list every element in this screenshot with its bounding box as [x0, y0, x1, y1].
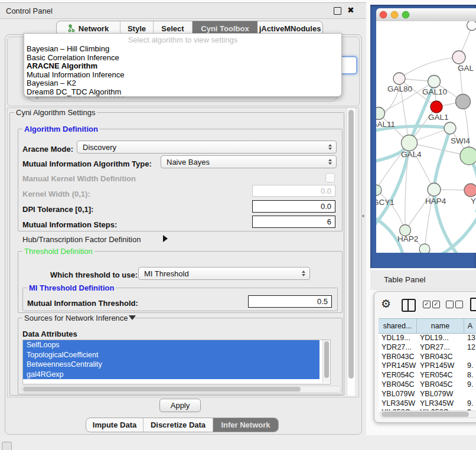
data-attributes-list: SelfLoops TopologicalCoefficient Between… [22, 340, 331, 384]
tab-jactivemnodules-label: jActiveMNodules [259, 24, 321, 33]
node[interactable] [402, 135, 418, 151]
which-threshold-label: Which threshold to use: [50, 270, 138, 279]
node[interactable] [428, 183, 441, 196]
list-vertical-scrollbar[interactable] [322, 340, 330, 383]
panel-divider-handle[interactable]: ◂ [361, 213, 364, 219]
collapsed-panel-handle[interactable] [2, 442, 12, 450]
deselect-all-icon[interactable] [446, 301, 463, 308]
which-threshold-value: MI Threshold [144, 269, 189, 278]
table-row[interactable]: YDR27... YDR27... 12 [379, 343, 476, 353]
table-header-row: shared... name A [379, 319, 476, 334]
traffic-zoom-icon[interactable] [402, 11, 409, 18]
cell [464, 390, 476, 399]
node[interactable] [376, 107, 385, 120]
checked-box-icon: ✓ [423, 301, 431, 308]
list-item[interactable]: SelfLoops [23, 340, 319, 350]
algorithm-dropdown-popup: Select algorithm to view settings Bayesi… [24, 33, 342, 97]
manual-kernel-label: Manual Kernel Width Definition [22, 174, 136, 183]
tab-impute-data[interactable]: Impute Data [86, 418, 144, 432]
tab-discretize-data[interactable]: Discretize Data [144, 418, 213, 432]
checked-box-icon: ✓ [432, 301, 440, 308]
table-row[interactable]: YBL079W YBL079W [379, 390, 476, 399]
cell: YPR145W [379, 361, 417, 371]
node[interactable] [393, 73, 405, 84]
algorithm-option[interactable]: Bayesian – K2 [24, 79, 341, 88]
kernel-width-field[interactable]: 0.0 [252, 185, 335, 197]
dpi-tolerance-label: DPI Tolerance [0,1]: [22, 205, 93, 214]
apply-button[interactable]: Apply [159, 399, 201, 412]
node[interactable] [464, 184, 476, 197]
document-icon[interactable] [470, 298, 476, 311]
expand-arrow-icon[interactable] [163, 235, 168, 242]
scrollbar-thumb[interactable] [23, 387, 301, 392]
node-table: shared... name A YDL19... YDL19... 13 YD… [379, 318, 476, 411]
tab-cyni-toolbox-label: Cyni Toolbox [201, 24, 249, 33]
algorithm-option-selected[interactable]: ARACNE Algorithm [24, 62, 341, 71]
manual-kernel-checkbox[interactable] [325, 173, 335, 182]
scrollbar-thumb[interactable] [324, 341, 329, 378]
node[interactable] [460, 147, 476, 165]
collapse-arrow-icon[interactable] [129, 315, 136, 320]
traffic-close-icon[interactable] [380, 11, 387, 18]
table-row[interactable]: YPR145W YPR145W 9. [379, 361, 476, 371]
traffic-minimize-icon[interactable] [391, 11, 398, 18]
which-threshold-combo[interactable]: MI Threshold [138, 267, 310, 280]
dpi-tolerance-field[interactable]: 0.0 [252, 200, 335, 213]
select-all-icon[interactable]: ✓ ✓ [423, 301, 440, 308]
settings-vertical-scrollbar[interactable] [347, 108, 355, 396]
table-horizontal-scrollbar[interactable] [380, 410, 476, 418]
algorithm-option[interactable]: Basic Correlation Inference [24, 54, 341, 63]
list-item[interactable]: BetweennessCentrality [23, 360, 319, 370]
control-panel-titlebar [0, 3, 366, 19]
algorithm-option[interactable]: Dream8 DC_TDC Algorithm [24, 88, 341, 97]
node[interactable] [428, 76, 441, 88]
aracne-mode-value: Discovery [83, 143, 116, 152]
column-header[interactable]: shared... [379, 319, 417, 333]
node[interactable] [444, 122, 456, 134]
tab-infer-network[interactable]: Infer Network [213, 418, 278, 432]
algorithm-option[interactable]: Bayesian – Hill Climbing [24, 45, 341, 54]
column-header[interactable]: A [464, 319, 476, 333]
cell: YBR043C [379, 353, 417, 362]
network-canvas[interactable]: GAL GAL80 GAL10 GAL1 GAL11 SWI4 GAL4 GCY… [376, 21, 476, 253]
float-window-icon[interactable] [334, 7, 341, 15]
scrollbar-thumb[interactable] [382, 412, 469, 417]
cell: YDL19... [379, 334, 417, 343]
mi-steps-field[interactable]: 6 [252, 216, 335, 228]
algorithm-definition-title: Algorithm Definition [22, 125, 100, 133]
aracne-mode-combo[interactable]: Discovery [77, 141, 337, 154]
network-window-titlebar[interactable] [376, 8, 476, 22]
gear-icon[interactable]: ⚙ [381, 298, 391, 309]
horizontal-scrollbar[interactable] [21, 386, 341, 393]
table-row[interactable]: YBR045C YBR045C 9. [379, 380, 476, 390]
scrollbar-thumb[interactable] [348, 110, 354, 379]
sources-group-title: Sources for Network Inference [22, 314, 130, 322]
node[interactable] [419, 244, 430, 253]
table-row[interactable]: YER054C YER054C 8. [379, 371, 476, 380]
algorithm-option[interactable]: Mutual Information Inference [24, 71, 341, 80]
table-row[interactable]: YLR345W YLR345W 9. [379, 399, 476, 409]
node-label: GAL [458, 64, 474, 73]
column-header[interactable]: name [417, 319, 464, 333]
node-label: GAL11 [376, 120, 395, 129]
split-columns-icon[interactable] [402, 299, 416, 312]
mi-type-combo[interactable]: Naive Bayes [161, 155, 337, 168]
mi-threshold-field[interactable]: 0.5 [248, 295, 332, 308]
table-row[interactable]: YDL19... YDL19... 13 [379, 334, 476, 343]
node-label: HAP2 [397, 234, 418, 243]
list-item[interactable]: TopologicalCoefficient [23, 350, 319, 360]
close-icon[interactable]: ✖ [347, 5, 354, 15]
node[interactable] [452, 51, 465, 64]
node[interactable] [467, 21, 476, 31]
table-row[interactable]: YBR043C YBR043C [379, 353, 476, 362]
tab-discretize-data-label: Discretize Data [151, 420, 206, 429]
node[interactable] [431, 101, 442, 113]
node-label: HAP4 [425, 197, 446, 206]
algorithm-popup-placeholder: Select algorithm to view settings [24, 34, 341, 45]
combo-arrows-icon [302, 270, 305, 276]
node[interactable] [456, 94, 471, 109]
node-label: GCY1 [376, 198, 395, 207]
cell: YPR145W [417, 361, 464, 371]
list-item[interactable]: gal4RGexp [23, 370, 319, 380]
cell: YBL079W [417, 390, 464, 399]
